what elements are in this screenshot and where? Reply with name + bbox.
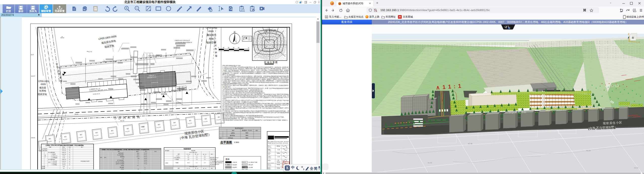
svg-text:建设用地: 建设用地 [230, 135, 235, 136]
svg-text:APPROVAL: APPROVAL [268, 151, 271, 152]
svg-text:制图人: 制图人 [268, 167, 271, 169]
svg-text:40.75: 40.75 [120, 120, 124, 122]
svg-text:单位: 单位 [145, 151, 147, 152]
svg-text:0.80: 0.80 [63, 166, 65, 167]
svg-text:m²: m² [69, 154, 70, 155]
svg-text:墙为实墙加铁艺栏杆: 墙为实墙加铁艺栏杆 [210, 164, 219, 165]
svg-text:7#围墙: 7#围墙 [175, 162, 179, 163]
svg-text:m²: m² [69, 162, 70, 164]
svg-text:5800: 5800 [246, 132, 248, 134]
svg-text:40.40: 40.40 [428, 162, 432, 164]
svg-text:知: 知 [83, 8, 85, 11]
svg-text:1.6: 1.6 [196, 159, 197, 160]
svg-text:6.3: 6.3 [196, 157, 197, 158]
svg-text:其中: 其中 [100, 157, 102, 158]
svg-text:平方米: 平方米 [144, 160, 147, 161]
svg-text:人防工程: 人防工程 [52, 161, 57, 162]
svg-text:13. 本项目现设计范围平方67m以内, 现阶段总平方67平: 13. 本项目现设计范围平方67m以内, 现阶段总平方67平方米, 区位管理共3… [222, 100, 304, 101]
svg-text:围不可入地下建筑高度机。: 围不可入地下建筑高度机。 [222, 74, 236, 76]
svg-text:%: % [69, 168, 70, 169]
svg-text:7#大门: 7#大门 [176, 155, 179, 157]
svg-text:SHEJI DING: SHEJI DING [268, 147, 271, 148]
svg-text:14. 本项目地下室内平规划区域的依据范围内平方建设置区域为: 14. 本项目地下室内平规划区域的依据范围内平方建设置区域为(2042)869号… [222, 103, 305, 104]
svg-text:长（m）: 长（m） [187, 154, 191, 155]
svg-text:7#化粪池: 7#化粪池 [175, 159, 179, 160]
svg-text:40: 40 [238, 47, 239, 48]
svg-text:1.7×12×20. (#)位对观测区域: 1.7×12×20. (#)位对观测区域 [176, 42, 192, 43]
svg-text:1314.50: 1314.50 [62, 161, 66, 162]
svg-text:地上层数/地下层数: 地上层数/地下层数 [248, 162, 257, 163]
svg-text:王 崇: 王 崇 [277, 149, 280, 150]
svg-text:（已审批）CP00-1802-0007地块主要技术经济指标表: （已审批）CP00-1802-0007地块主要技术经济指标表（A6社会福利用地） [45, 144, 85, 146]
svg-text:有效容积120.96m³: 有效容积120.96m³ [210, 157, 219, 158]
svg-text:75.30%。: 75.30%。 [222, 98, 227, 100]
svg-text:曹孝新: 曹孝新 [276, 146, 280, 147]
svg-text:4009: 4009 [141, 126, 144, 128]
svg-text:40.25: 40.25 [586, 150, 591, 152]
svg-text:地块编号: 地块编号 [191, 150, 196, 151]
svg-text:地下建筑面积: 地下建筑面积 [117, 160, 124, 161]
svg-text:40.03: 40.03 [216, 103, 220, 104]
svg-text:总用地面积: 总用地面积 [42, 148, 48, 150]
svg-text:4000: 4000 [137, 154, 139, 156]
svg-text:中CP00-1802-0007地块建设工程规划许可依据办理。: 中CP00-1802-0007地块建设工程规划许可依据办理。 [222, 83, 250, 85]
svg-text:10. 本项目设计执行屋顶《绿色建筑专项设计标准》GB/T1: 10. 本项目设计执行屋顶《绿色建筑专项设计标准》GB/T1991-2033 的… [222, 91, 264, 92]
svg-text:8.47: 8.47 [31, 54, 34, 55]
svg-text:3.5: 3.5 [204, 157, 206, 158]
svg-text:50: 50 [223, 47, 224, 48]
svg-text:王 崇: 王 崇 [277, 156, 280, 157]
svg-text:现状空地: 现状空地 [37, 93, 47, 96]
svg-text:Z: Z [628, 33, 629, 35]
svg-text:地上建筑面积: 地上建筑面积 [48, 152, 55, 153]
svg-text:有效容积96m³: 有效容积96m³ [210, 159, 217, 160]
svg-text:议区 落实现市(2022)43 是否可平共场补4 建设行机注: 议区 落实现市(2022)43 是否可平共场补4 建设行机注针管理服"邮电话本区… [222, 104, 299, 106]
svg-text:CP00-1802-0008: CP00-1802-0008 [189, 166, 197, 167]
svg-text:10.00: 10.00 [62, 157, 65, 158]
svg-text:地上建筑面积: 地上建筑面积 [117, 154, 124, 156]
svg-text:39.88: 39.88 [169, 110, 173, 112]
svg-text:40.54: 40.54 [60, 37, 64, 39]
svg-text:%: % [144, 167, 145, 168]
svg-text:高（m）: 高（m） [203, 154, 207, 155]
svg-text:已审批: 已审批 [165, 162, 168, 164]
svg-text:12. 本项目设计符合《海绵城市雨水控制与利用工程设计规范》: 12. 本项目设计符合《海绵城市雨水控制与利用工程设计规范》DB11/685-2… [222, 94, 293, 95]
svg-text:发审人: 发审人 [268, 153, 271, 154]
svg-text:4.8: 4.8 [188, 159, 189, 160]
svg-text:设计人: 设计人 [268, 164, 271, 165]
svg-text:高（m）: 高（m） [203, 168, 207, 169]
svg-text:15. 本项目本建筑方采用平坦装配式机 《布达式汽车充北京: 15. 本项目本建筑方采用平坦装配式机 《布达式汽车充北京基础设施规划设计规程》… [222, 106, 281, 107]
svg-text:设备地下车库面积: 设备地下车库面积 [116, 163, 124, 164]
svg-text:规划建筑: 规划建筑 [232, 167, 237, 168]
svg-text:宽（m）: 宽（m） [195, 154, 199, 155]
svg-text:地下建筑面积: 地下建筑面积 [48, 159, 55, 160]
svg-text:北侧900m城市(绿线)绿化带: 北侧900m城市(绿线)绿化带 [175, 40, 190, 41]
svg-text:区域位置图: 区域位置图 [264, 61, 278, 64]
svg-text:平方米: 平方米 [144, 156, 147, 157]
svg-text:备注: 备注 [154, 151, 157, 152]
svg-text:5800: 5800 [246, 135, 248, 136]
svg-text:40.48: 40.48 [468, 143, 472, 144]
svg-text:数值: 数值 [136, 151, 139, 152]
svg-text:0.3: 0.3 [196, 162, 197, 163]
svg-text:项目: 项目 [178, 168, 180, 169]
svg-text:用地红线: 用地红线 [232, 162, 237, 163]
svg-text:40.57: 40.57 [31, 75, 35, 77]
svg-text:CHECK: CHECK [268, 154, 270, 155]
svg-text:300.2: 300.2 [187, 162, 190, 163]
svg-text:备注: 备注 [211, 168, 213, 169]
svg-text:其中地下车库面积: 其中地下车库面积 [116, 161, 124, 163]
svg-text:2. 本项目建设依据计算ликов《规划意见书》SB0007: 2. 本项目建设依据计算ликов《规划意见书》SB0007-0022-《建筑工… [222, 68, 301, 70]
svg-text:m²: m² [69, 159, 70, 160]
svg-text:寸为设计27辆12.5m, 满足寸规荷求。停车辆数为设定总生: 寸为设计27辆12.5m, 满足寸规荷求。停车辆数为设定总生态平衡数量。 [222, 101, 259, 103]
svg-text:备注: 备注 [211, 154, 213, 155]
svg-text:CP00-1802-0008地块规划设计说明：: CP00-1802-0008地块规划设计说明： [222, 65, 242, 67]
svg-text:平方米: 平方米 [144, 161, 147, 163]
svg-text:H=12.0m: H=12.0m [243, 164, 247, 165]
svg-text:25.50: 25.50 [62, 155, 65, 157]
svg-text:6600.00: 6600.00 [62, 148, 66, 150]
svg-text:备注: 备注 [81, 147, 83, 148]
svg-text:41.70: 41.70 [88, 51, 92, 52]
svg-text:中: 中 [45, 156, 46, 158]
svg-text:m²: m² [69, 157, 70, 158]
svg-text:审定人: 审定人 [268, 146, 271, 147]
